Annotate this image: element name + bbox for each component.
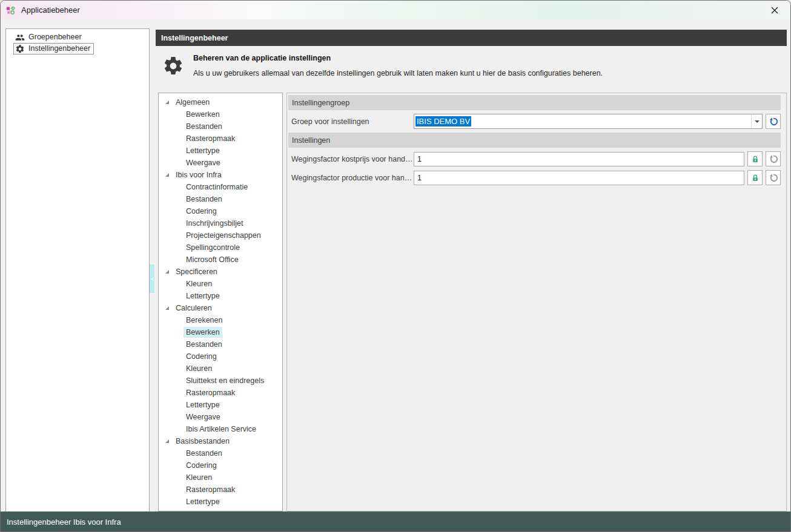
intro-banner: Beheren van de applicatie instellingen A… <box>156 46 787 93</box>
tree-item-ibis-voor-infra-contractinformatie[interactable]: Contractinformatie <box>159 181 282 193</box>
undo-button[interactable] <box>766 151 781 166</box>
tree-group-label: Calculeren <box>173 303 214 314</box>
tree-item-calculeren-ibis-artikelen-service[interactable]: Ibis Artikelen Service <box>159 423 282 435</box>
undo-button[interactable] <box>766 170 781 185</box>
tree-item-label: Weergave <box>184 412 223 422</box>
tree-item-ibis-voor-infra-microsoft-office[interactable]: Microsoft Office <box>159 254 282 266</box>
section-header-instellingengroep: Instellingengroep <box>288 95 781 110</box>
tree-item-specificeren-kleuren[interactable]: Kleuren <box>159 278 282 290</box>
tree-item-label: Rasteropmaak <box>184 133 237 144</box>
tree-item-label: Bestanden <box>184 121 225 132</box>
tree-item-label: Weergave <box>184 157 223 168</box>
section-header-label: Instellingen <box>292 136 330 145</box>
nav-row: Groepenbeheer <box>13 31 149 43</box>
tree-group-label: Ibis voor Infra <box>173 169 224 180</box>
sidebar-item-groepenbeheer[interactable]: Groepenbeheer <box>13 31 85 43</box>
combo-selected-value: IBIS DEMO BV <box>415 116 471 126</box>
setting-row-wegingsfactor-kostprijs-voor-hand: Wegingsfactor kostprijs voor hand… <box>288 151 781 166</box>
tree-item-calculeren-bestanden[interactable]: Bestanden <box>159 338 282 350</box>
tree-item-label: Lettertype <box>184 496 222 507</box>
tree-item-basisbestanden-rasteropmaak[interactable]: Rasteropmaak <box>159 484 282 496</box>
tree-item-calculeren-rasteropmaak[interactable]: Rasteropmaak <box>159 387 282 399</box>
tree-item-ibis-voor-infra-bestanden[interactable]: Bestanden <box>159 193 282 205</box>
section-header-instellingen: Instellingen <box>288 133 781 148</box>
group-setting-label: Groep voor instellingen <box>288 117 414 126</box>
nav-row: Instellingenbeheer <box>13 43 149 54</box>
tree-item-calculeren-kleuren[interactable]: Kleuren <box>159 363 282 375</box>
tree-group-label: Algemeen <box>173 97 212 108</box>
tree-item-ibis-voor-infra-projecteigenschappen[interactable]: Projecteigenschappen <box>159 229 282 241</box>
app-icon <box>6 5 16 15</box>
tree-item-label: Spellingcontrole <box>184 242 242 253</box>
sidebar-item-instellingenbeheer[interactable]: Instellingenbeheer <box>13 43 94 54</box>
undo-button[interactable] <box>766 114 781 129</box>
tree-item-ibis-voor-infra-inschrijvingsbiljet[interactable]: Inschrijvingsbiljet <box>159 217 282 229</box>
module-nav-panel: GroepenbeheerInstellingenbeheer <box>5 28 150 512</box>
tree-item-algemeen-rasteropmaak[interactable]: Rasteropmaak <box>159 133 282 145</box>
tree-item-calculeren-weergave[interactable]: Weergave <box>159 411 282 423</box>
close-icon <box>771 7 778 14</box>
tree-item-algemeen-bewerken[interactable]: Bewerken <box>159 108 282 120</box>
tree-group-ibis-voor-infra[interactable]: Ibis voor Infra <box>159 169 282 181</box>
group-combobox[interactable]: IBIS DEMO BV <box>414 114 763 129</box>
tree-group-algemeen[interactable]: Algemeen <box>159 96 282 108</box>
setting-input[interactable] <box>414 171 744 185</box>
setting-input[interactable] <box>414 152 744 166</box>
tree-item-label: Codering <box>184 460 219 471</box>
statusbar: Instellingenbeheer Ibis voor Infra <box>1 511 790 531</box>
close-button[interactable] <box>764 2 785 18</box>
tree-item-label: Lettertype <box>184 291 222 301</box>
tree-group-specificeren[interactable]: Specificeren <box>159 266 282 278</box>
splitter-handle[interactable] <box>150 264 154 293</box>
intro-title: Beheren van de applicatie instellingen <box>193 54 603 62</box>
tree-item-specificeren-lettertype[interactable]: Lettertype <box>159 290 282 302</box>
tree-group-label: Basisbestanden <box>173 436 232 447</box>
tree-item-ibis-voor-infra-spellingcontrole[interactable]: Spellingcontrole <box>159 241 282 254</box>
tree-item-label: Lettertype <box>184 145 222 156</box>
tree-item-calculeren-berekenen[interactable]: Berekenen <box>159 314 282 326</box>
tree-item-label: Rasteropmaak <box>184 484 237 495</box>
tree-item-label: Bewerken <box>184 109 222 120</box>
tree-group-label: Specificeren <box>173 266 220 277</box>
expander-icon[interactable] <box>164 305 170 311</box>
tree-item-calculeren-bewerken[interactable]: Bewerken <box>159 326 282 338</box>
tree-item-calculeren-codering[interactable]: Codering <box>159 350 282 363</box>
settings-tree-panel: AlgemeenBewerkenBestandenRasteropmaakLet… <box>158 93 283 511</box>
expander-icon[interactable] <box>164 99 170 105</box>
tree-item-label: Bewerken <box>184 327 222 338</box>
section-header-label: Instellingengroep <box>292 99 349 107</box>
collapse-arrow-icon <box>151 277 153 281</box>
expander-icon[interactable] <box>164 172 170 178</box>
tree-item-label: Bestanden <box>184 339 225 350</box>
tree-item-calculeren-lettertype[interactable]: Lettertype <box>159 399 282 411</box>
tree-item-algemeen-weergave[interactable]: Weergave <box>159 157 282 169</box>
expander-icon[interactable] <box>164 438 170 444</box>
tree-item-label: Lettertype <box>184 399 222 410</box>
tree-group-basisbestanden[interactable]: Basisbestanden <box>159 435 282 447</box>
statusbar-text: Instellingenbeheer Ibis voor Infra <box>7 517 121 527</box>
tree-item-label: Sluittekst en eindregels <box>184 375 266 386</box>
tree-group-calculeren[interactable]: Calculeren <box>159 302 282 314</box>
tree-item-algemeen-lettertype[interactable]: Lettertype <box>159 145 282 157</box>
tree-item-label: Contractinformatie <box>184 182 250 192</box>
tree-item-basisbestanden-codering[interactable]: Codering <box>159 459 282 471</box>
section-title-bar: Instellingenbeheer <box>156 30 787 46</box>
lock-button[interactable] <box>747 151 763 166</box>
tree-item-algemeen-bestanden[interactable]: Bestanden <box>159 120 282 133</box>
lock-button[interactable] <box>747 170 763 185</box>
tree-item-basisbestanden-lettertype[interactable]: Lettertype <box>159 496 282 508</box>
settings-tree: AlgemeenBewerkenBestandenRasteropmaakLet… <box>159 93 282 508</box>
chevron-down-icon[interactable] <box>751 114 762 128</box>
splitter[interactable] <box>150 28 156 512</box>
settings-form-panel: Instellingengroep Groep voor instellinge… <box>286 93 787 511</box>
tree-item-calculeren-sluittekst-en-eindregels[interactable]: Sluittekst en eindregels <box>159 375 282 387</box>
titlebar[interactable]: Applicatiebeheer <box>1 1 790 19</box>
tree-item-label: Codering <box>184 351 219 362</box>
tree-item-ibis-voor-infra-codering[interactable]: Codering <box>159 205 282 217</box>
tree-item-label: Inschrijvingsbiljet <box>184 218 245 229</box>
tree-item-basisbestanden-bestanden[interactable]: Bestanden <box>159 447 282 459</box>
expander-icon[interactable] <box>164 269 170 275</box>
setting-label: Wegingsfactor productie voor han… <box>288 174 414 182</box>
tree-item-label: Ibis Artikelen Service <box>184 424 259 435</box>
tree-item-basisbestanden-kleuren[interactable]: Kleuren <box>159 471 282 484</box>
